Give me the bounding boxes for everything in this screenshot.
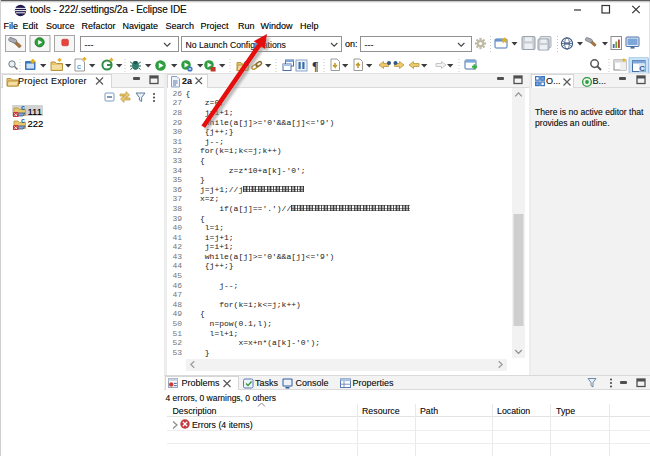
svg-text:c: c [21,105,25,111]
svg-text:C: C [639,64,645,73]
svg-text:¶: ¶ [312,59,318,73]
svg-text:c: c [77,61,81,70]
svg-text:c: c [21,118,25,124]
